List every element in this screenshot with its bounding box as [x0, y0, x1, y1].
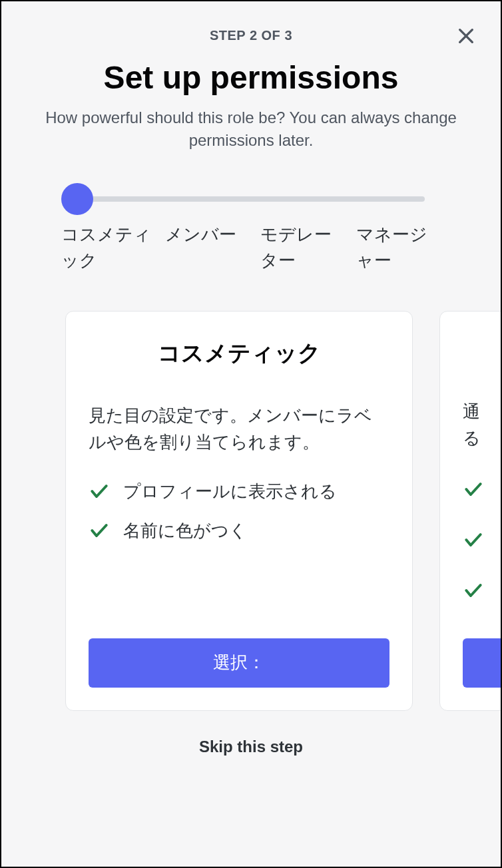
- modal-header: STEP 2 OF 3 Set up permissions How power…: [1, 1, 501, 151]
- close-icon: [455, 25, 477, 47]
- feature-text: 名前に色がつく: [123, 519, 247, 542]
- check-icon: [463, 529, 484, 550]
- check-icon: [463, 479, 484, 500]
- check-icon: [89, 520, 110, 541]
- permission-card-next: 通 る: [439, 311, 501, 711]
- slider-label-cosmetic[interactable]: コスメティック: [61, 222, 154, 274]
- modal-subtitle: How powerful should this role be? You ca…: [23, 107, 479, 151]
- peek-description: 通 る: [463, 398, 501, 452]
- slider-label-manager[interactable]: マネージャー: [356, 222, 441, 274]
- card-description: 見た目の設定です。メンバーにラベルや色を割り当てられます。: [89, 402, 389, 456]
- close-button[interactable]: [453, 23, 479, 49]
- permissions-modal: STEP 2 OF 3 Set up permissions How power…: [1, 1, 501, 867]
- permission-slider-section: コスメティック メンバー モデレーター マネージャー: [1, 151, 501, 290]
- card-title: コスメティック: [89, 338, 389, 369]
- check-icon: [463, 580, 484, 601]
- slider-label-moderator[interactable]: モデレーター: [260, 222, 345, 274]
- check-icon: [89, 481, 110, 502]
- permission-card-cosmetic: コスメティック 見た目の設定です。メンバーにラベルや色を割り当てられます。 プロ…: [65, 311, 413, 711]
- slider-labels: コスメティック メンバー モデレーター マネージャー: [61, 222, 441, 274]
- step-indicator: STEP 2 OF 3: [23, 28, 479, 43]
- modal-title: Set up permissions: [23, 59, 479, 96]
- feature-list: プロフィールに表示される 名前に色がつく: [89, 480, 389, 558]
- permission-slider-track[interactable]: [77, 196, 425, 202]
- feature-item: 名前に色がつく: [89, 519, 389, 542]
- select-button[interactable]: 選択：: [89, 638, 389, 688]
- select-button-peek[interactable]: [463, 638, 501, 688]
- permission-slider-handle[interactable]: [61, 183, 93, 215]
- slider-label-member[interactable]: メンバー: [165, 222, 250, 274]
- skip-section: Skip this step: [1, 711, 501, 783]
- skip-link[interactable]: Skip this step: [199, 738, 303, 756]
- feature-text: プロフィールに表示される: [123, 480, 337, 503]
- feature-item: プロフィールに表示される: [89, 480, 389, 503]
- permission-cards: コスメティック 見た目の設定です。メンバーにラベルや色を割り当てられます。 プロ…: [1, 290, 501, 711]
